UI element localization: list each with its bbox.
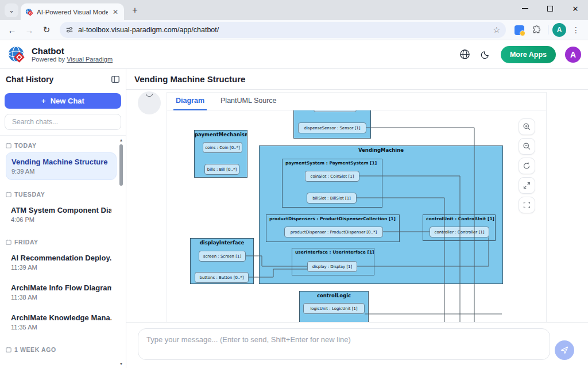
page-title: Vending Machine Structure	[126, 69, 588, 90]
chat-item-ai-recommendation[interactable]: AI Recommendation Deploy... 11:39 AM	[6, 249, 117, 275]
chat-group-tuesday: TUESDAY	[6, 191, 117, 198]
zoom-in-button[interactable]	[519, 118, 535, 135]
visual-paradigm-link[interactable]: Visual Paradigm	[67, 56, 113, 63]
scrollbar-thumb[interactable]	[119, 144, 123, 186]
dark-mode-moon-icon[interactable]	[480, 49, 492, 60]
calendar-icon	[6, 191, 11, 197]
powered-by-text: Powered by	[32, 56, 67, 63]
diagram-part-product-dispenser: productDispenser : ProductDispenser [0..…	[284, 227, 383, 237]
group-label: TODAY	[14, 142, 37, 149]
extensions-puzzle-icon[interactable]	[529, 22, 544, 37]
scroll-down-icon[interactable]: ▼	[118, 362, 124, 366]
assistant-avatar	[138, 91, 161, 114]
url-text[interactable]: ai-toolbox.visual-paradigm.com/app/chatb…	[78, 26, 488, 34]
tab-plantuml-source[interactable]: PlantUML Source	[220, 97, 277, 110]
chat-group-week-ago: 1 WEEK AGO	[6, 346, 117, 353]
diagram-part-buttons: buttons : Button [0..*]	[195, 272, 249, 283]
forward-button[interactable]: →	[22, 22, 37, 37]
chat-item-time: 11:35 AM	[11, 324, 111, 331]
reload-button[interactable]: ↻	[39, 22, 54, 37]
browser-tab[interactable]: AI-Powered Visual Modeling Ch ✕	[21, 3, 124, 20]
fullscreen-button[interactable]	[519, 197, 535, 213]
diagram-tabs: Diagram PlantUML Source	[167, 93, 546, 110]
reset-view-icon	[523, 162, 531, 170]
app-header: Chatbot Powered by Visual Paradigm More …	[0, 40, 588, 69]
sidebar-scrollbar[interactable]: ▲ ▼	[118, 137, 124, 367]
maximize-button[interactable]	[537, 0, 563, 17]
message-input[interactable]	[138, 328, 550, 360]
calendar-icon	[6, 347, 11, 352]
tab-search-icon[interactable]: ⌄	[5, 3, 18, 17]
plus-icon: +	[41, 97, 46, 105]
diagram-part-controller: controller : Controller [1]	[430, 227, 489, 237]
diagram-part-coins: coins : Coin [0..*]	[203, 142, 242, 153]
app-subtitle: Powered by Visual Paradigm	[32, 56, 113, 63]
site-settings-icon[interactable]	[65, 26, 74, 34]
chat-list: TODAY Vending Machine Structure 9:39 AM …	[0, 136, 126, 368]
diagram-zoom-controls	[519, 118, 535, 213]
send-button[interactable]	[555, 340, 574, 360]
node-title: controlLogic	[300, 292, 368, 298]
close-tab-icon[interactable]: ✕	[111, 8, 119, 16]
browser-menu-icon[interactable]: ⋮	[568, 22, 583, 37]
main-panel: Vending Machine Structure Diagram PlantU…	[126, 69, 588, 368]
close-window-button[interactable]: ✕	[563, 0, 588, 17]
group-label: 1 WEEK AGO	[14, 346, 56, 353]
chat-item-title: ArchiMate Knowledge Mana...	[11, 313, 111, 322]
expand-icon	[523, 181, 531, 190]
chat-item-vending-machine[interactable]: Vending Machine Structure 9:39 AM	[6, 152, 117, 180]
browser-profile-avatar[interactable]: A	[552, 23, 566, 37]
calendar-icon	[6, 239, 11, 245]
bookmark-star-icon[interactable]: ☆	[493, 25, 500, 34]
send-icon	[560, 346, 569, 355]
browser-toolbar: ← → ↻ ai-toolbox.visual-paradigm.com/app…	[0, 20, 588, 40]
tab-diagram[interactable]: Diagram	[176, 97, 204, 110]
user-avatar[interactable]: A	[565, 47, 581, 63]
chat-item-archimate-info-flow[interactable]: ArchiMate Info Flow Diagram 11:38 AM	[6, 279, 117, 305]
more-apps-button[interactable]: More Apps	[501, 46, 556, 63]
group-label: TUESDAY	[14, 191, 45, 198]
diagram-part-logic-unit: logicUnit : LogicUnit [1]	[303, 303, 365, 314]
sidebar-toggle-icon[interactable]	[111, 75, 120, 84]
node-title: userInterface : UserInterface [1]	[292, 248, 374, 255]
node-title: VendingMachine	[260, 146, 502, 153]
chat-group-friday: FRIDAY	[6, 239, 117, 246]
extension-badge-icon[interactable]	[512, 22, 527, 37]
node-title: productDispensers : ProductDispenserColl…	[266, 215, 399, 221]
vp-favicon	[25, 8, 33, 16]
zoom-in-icon	[523, 122, 531, 131]
node-title: displayInterface	[191, 239, 253, 246]
language-globe-icon[interactable]	[459, 49, 471, 60]
diagram-part-coin-slot: coinSlot : CoinSlot [1]	[305, 171, 359, 182]
address-bar[interactable]: ai-toolbox.visual-paradigm.com/app/chatb…	[60, 22, 506, 38]
search-chats-input[interactable]	[5, 114, 121, 130]
chat-history-sidebar: Chat History + New Chat TODAY Vending Ma…	[0, 69, 126, 368]
chat-item-title: AI Recommendation Deploy...	[11, 254, 111, 262]
chat-item-title: ATM System Component Dia...	[11, 206, 111, 214]
diagram-part-bill-slot: billSlot : BillSlot [1]	[307, 193, 357, 204]
diagram-canvas[interactable]: dispenseSensor : Sensor [1] paymentMecha…	[167, 110, 546, 322]
diagram-card: Diagram PlantUML Source dispenseSensor :…	[167, 92, 547, 322]
toolbar-separator	[548, 25, 548, 34]
calendar-icon	[6, 143, 11, 148]
new-tab-button[interactable]: +	[127, 3, 142, 18]
reset-view-button[interactable]	[519, 158, 535, 174]
chat-item-archimate-knowledge[interactable]: ArchiMate Knowledge Mana... 11:35 AM	[6, 309, 117, 335]
chat-item-atm[interactable]: ATM System Component Dia... 4:06 PM	[6, 201, 117, 228]
back-button[interactable]: ←	[5, 22, 20, 37]
diagram-part-dispense-sensor: dispenseSensor : Sensor [1]	[298, 122, 366, 133]
zoom-out-button[interactable]	[519, 138, 535, 155]
new-chat-button[interactable]: + New Chat	[5, 93, 121, 109]
new-chat-label: New Chat	[51, 97, 84, 105]
message-composer	[126, 322, 588, 368]
browser-tab-bar: ⌄ AI-Powered Visual Modeling Ch ✕ + ✕	[0, 0, 588, 20]
minimize-button[interactable]	[512, 0, 537, 17]
vp-logo	[7, 45, 26, 64]
chat-group-today: TODAY	[6, 142, 117, 149]
expand-button[interactable]	[519, 177, 535, 194]
minimize-icon	[522, 8, 528, 9]
chat-item-time: 11:38 AM	[11, 294, 111, 301]
close-window-icon: ✕	[572, 5, 579, 13]
diagram-part-display: display : Display [1]	[307, 261, 357, 272]
scroll-up-icon[interactable]: ▲	[118, 138, 124, 142]
